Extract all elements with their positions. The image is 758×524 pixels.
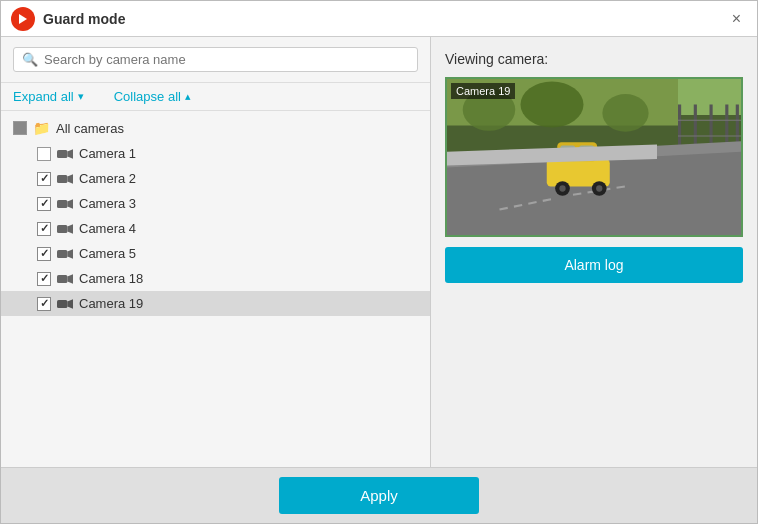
camera-list: 📁 All cameras Camera 1 <box>1 111 430 467</box>
expand-arrow-icon: ▾ <box>78 90 84 103</box>
svg-point-40 <box>521 81 584 127</box>
camera-19-checkbox[interactable] <box>37 297 51 311</box>
collapse-all-label: Collapse all <box>114 89 181 104</box>
list-item[interactable]: Camera 2 <box>1 166 430 191</box>
main-content: 🔍 Expand all ▾ Collapse all ▴ <box>1 37 757 467</box>
search-bar: 🔍 <box>1 37 430 83</box>
camera-3-checkbox[interactable] <box>37 197 51 211</box>
list-item[interactable]: Camera 5 <box>1 241 430 266</box>
window-title: Guard mode <box>43 11 726 27</box>
svg-rect-9 <box>57 250 67 258</box>
camera-icon <box>57 197 73 211</box>
camera-3-name: Camera 3 <box>79 196 136 211</box>
all-cameras-checkbox[interactable] <box>13 121 27 135</box>
footer: Apply <box>1 467 757 523</box>
svg-marker-0 <box>19 14 27 24</box>
apply-button[interactable]: Apply <box>279 477 479 514</box>
list-item[interactable]: Camera 1 <box>1 141 430 166</box>
camera-icon <box>57 297 73 311</box>
all-cameras-row[interactable]: 📁 All cameras <box>1 115 430 141</box>
expand-all-button[interactable]: Expand all ▾ <box>13 89 84 104</box>
svg-rect-1 <box>57 150 67 158</box>
camera-scene <box>447 79 741 235</box>
camera-preview: Camera 19 <box>445 77 743 237</box>
title-bar: Guard mode × <box>1 1 757 37</box>
camera-icon <box>57 272 73 286</box>
camera-4-name: Camera 4 <box>79 221 136 236</box>
camera-18-name: Camera 18 <box>79 271 143 286</box>
alarm-log-button[interactable]: Alarm log <box>445 247 743 283</box>
svg-rect-5 <box>57 200 67 208</box>
collapse-arrow-icon: ▴ <box>185 90 191 103</box>
svg-rect-11 <box>57 275 67 283</box>
svg-rect-3 <box>57 175 67 183</box>
guard-mode-window: Guard mode × 🔍 Expand all ▾ Collapse all <box>0 0 758 524</box>
viewing-label: Viewing camera: <box>445 51 743 67</box>
camera-5-name: Camera 5 <box>79 246 136 261</box>
all-cameras-label: All cameras <box>56 121 124 136</box>
camera-icon <box>57 172 73 186</box>
svg-point-41 <box>602 94 648 132</box>
svg-rect-7 <box>57 225 67 233</box>
camera-2-checkbox[interactable] <box>37 172 51 186</box>
camera-preview-name: Camera 19 <box>451 83 515 99</box>
collapse-all-button[interactable]: Collapse all ▴ <box>114 89 191 104</box>
camera-2-name: Camera 2 <box>79 171 136 186</box>
svg-marker-8 <box>67 224 73 234</box>
camera-19-name: Camera 19 <box>79 296 143 311</box>
svg-marker-10 <box>67 249 73 259</box>
camera-1-checkbox[interactable] <box>37 147 51 161</box>
folder-icon: 📁 <box>33 120 50 136</box>
svg-point-34 <box>559 185 565 191</box>
svg-marker-12 <box>67 274 73 284</box>
close-button[interactable]: × <box>726 6 747 32</box>
svg-marker-6 <box>67 199 73 209</box>
camera-icon <box>57 222 73 236</box>
camera-icon <box>57 147 73 161</box>
svg-marker-14 <box>67 299 73 309</box>
search-icon: 🔍 <box>22 52 38 67</box>
list-item[interactable]: Camera 3 <box>1 191 430 216</box>
expand-all-label: Expand all <box>13 89 74 104</box>
app-logo <box>11 7 35 31</box>
svg-rect-13 <box>57 300 67 308</box>
camera-5-checkbox[interactable] <box>37 247 51 261</box>
search-input-wrap[interactable]: 🔍 <box>13 47 418 72</box>
search-input[interactable] <box>44 52 409 67</box>
list-item[interactable]: Camera 18 <box>1 266 430 291</box>
expand-collapse-bar: Expand all ▾ Collapse all ▴ <box>1 83 430 111</box>
camera-1-name: Camera 1 <box>79 146 136 161</box>
svg-marker-2 <box>67 149 73 159</box>
left-panel: 🔍 Expand all ▾ Collapse all ▴ <box>1 37 431 467</box>
svg-point-36 <box>596 185 602 191</box>
svg-marker-4 <box>67 174 73 184</box>
list-item[interactable]: Camera 19 <box>1 291 430 316</box>
camera-18-checkbox[interactable] <box>37 272 51 286</box>
right-panel: Viewing camera: Camera 19 <box>431 37 757 467</box>
list-item[interactable]: Camera 4 <box>1 216 430 241</box>
camera-icon <box>57 247 73 261</box>
camera-4-checkbox[interactable] <box>37 222 51 236</box>
